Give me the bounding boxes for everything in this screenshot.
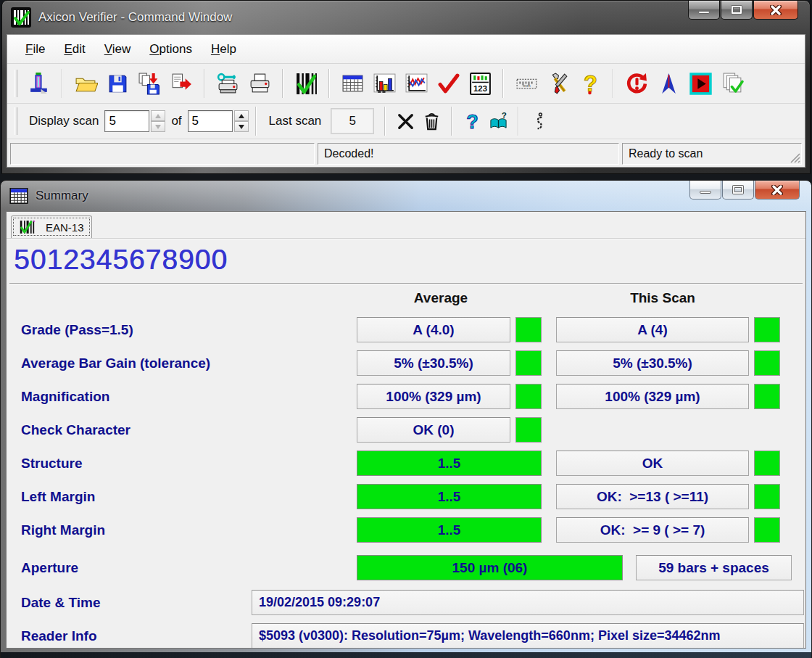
reset-scans-button[interactable]: [621, 67, 652, 99]
menu-file[interactable]: File: [16, 36, 54, 63]
delete-all-scans-button[interactable]: [418, 108, 444, 134]
row-label: Left Margin: [21, 489, 95, 505]
scan-value-box: 5% (±30.5%): [556, 350, 749, 376]
summary-row: Right Margin1..5OK: >= 9 ( >= 7): [7, 514, 805, 547]
average-status-square: [515, 384, 542, 409]
average-grade-bar: 1..5: [357, 484, 542, 509]
spin-down-button[interactable]: [234, 121, 249, 132]
scan-status-square: [754, 484, 780, 509]
menu-edit[interactable]: Edit: [54, 36, 94, 63]
checkmark-icon: [436, 72, 460, 96]
display-scan-spinner[interactable]: [151, 110, 165, 132]
print-icon: [248, 72, 272, 96]
command-window-titlebar[interactable]: Axicon Verifier - Command Window: [2, 1, 810, 34]
close-icon: [770, 5, 782, 15]
spin-up-button[interactable]: [234, 110, 249, 121]
context-help-button[interactable]: ?: [459, 108, 485, 134]
toolbar-separator: [204, 69, 205, 98]
minimize-button[interactable]: [688, 1, 720, 20]
save-all-button[interactable]: [133, 67, 165, 99]
average-value-box: A (4.0): [357, 317, 510, 342]
trash-icon: [422, 112, 442, 131]
summary-row: Check CharacterOK (0): [7, 414, 805, 447]
delete-scan-button[interactable]: [392, 108, 418, 134]
help-button[interactable]: ?: [574, 67, 606, 99]
average-value-box: OK (0): [357, 417, 510, 443]
help-contents-button[interactable]: ?: [485, 108, 511, 134]
scan-toolbar: Display scan of Last scan 5: [7, 104, 805, 139]
tab-label: EAN-13: [46, 221, 84, 234]
menu-bar: FileEditViewOptionsHelp: [7, 35, 805, 64]
play-icon: [689, 72, 713, 96]
summary-window-titlebar[interactable]: Summary: [1, 181, 811, 211]
batch-verify-button[interactable]: [716, 67, 748, 99]
bars-spaces-box: 59 bars + spaces: [636, 555, 792, 580]
minimize-button[interactable]: [689, 181, 721, 200]
scan-profile-button[interactable]: [400, 67, 432, 99]
toolbar-separator: [282, 69, 283, 98]
close-button[interactable]: [753, 1, 798, 20]
toolbar-grip[interactable]: [14, 107, 17, 135]
row-label: Reader Info: [21, 628, 97, 644]
export-button[interactable]: [165, 67, 197, 99]
spin-up-button[interactable]: [151, 110, 165, 121]
auto-scan-button[interactable]: [684, 67, 716, 99]
up-arrow-icon: [239, 114, 244, 118]
save-button[interactable]: [102, 67, 133, 99]
open-file-button[interactable]: [70, 67, 102, 99]
bar-chart-icon: [373, 72, 397, 96]
table-icon: [341, 72, 365, 96]
info-figure-icon: [529, 112, 549, 131]
summary-row: Grade (Pass=1.5)A (4.0)A (4): [7, 313, 805, 347]
average-status-square: [515, 417, 542, 443]
row-label: Right Margin: [21, 522, 105, 538]
verify-barcode-button[interactable]: [290, 67, 322, 99]
maximize-button[interactable]: [722, 181, 754, 200]
about-button[interactable]: [526, 108, 552, 134]
maximize-icon: [733, 186, 743, 194]
menu-view[interactable]: View: [95, 36, 141, 63]
status-ready-text: Ready to scan: [629, 147, 703, 160]
row-label: Aperture: [21, 560, 78, 576]
menu-help[interactable]: Help: [202, 36, 246, 63]
close-button[interactable]: [755, 181, 800, 200]
scan-status-square: [754, 451, 780, 476]
menu-options[interactable]: Options: [140, 36, 202, 63]
summary-row: Structure1..5OK: [7, 447, 805, 480]
display-scan-input[interactable]: [104, 110, 149, 132]
summary-window-title: Summary: [36, 189, 88, 203]
book-help-icon: ?: [489, 112, 508, 131]
status-decoded: Decoded!: [318, 143, 619, 165]
exit-button[interactable]: [23, 67, 55, 99]
maximize-button[interactable]: [721, 1, 753, 20]
spin-down-button[interactable]: [151, 121, 165, 132]
print-setup-button[interactable]: [212, 67, 244, 99]
summary-view-button[interactable]: [336, 67, 368, 99]
average-status-square: [515, 350, 542, 376]
summary-table-icon: [9, 188, 28, 204]
maximize-icon: [732, 6, 742, 14]
tab-ean13[interactable]: EAN-13: [11, 215, 92, 238]
bar-chart-button[interactable]: [368, 67, 400, 99]
toolbar-grip[interactable]: [14, 70, 17, 97]
open-folder-icon: [74, 72, 98, 96]
measurements-button[interactable]: mm: [510, 67, 542, 99]
of-label: of: [171, 114, 181, 128]
scan-value-box: OK: >=13 ( >=11): [556, 484, 749, 509]
row-label: Magnification: [21, 389, 109, 405]
scan-value-box: OK: [556, 451, 749, 476]
scan-count-spinner[interactable]: [234, 110, 249, 132]
toolbar-separator: [328, 69, 330, 98]
summary-row: Reader Info$5093 (v0300): Resolution=75µ…: [7, 620, 805, 649]
pointer-button[interactable]: [652, 67, 684, 99]
average-value-box: 5% (±30.5%): [357, 350, 510, 376]
barcode-tab-icon: [19, 220, 41, 234]
toolbar-separator: [502, 69, 504, 98]
info-box: 19/02/2015 09:29:07: [252, 590, 804, 615]
pass-check-button[interactable]: [432, 67, 464, 99]
resize-grip-icon[interactable]: [790, 153, 800, 163]
print-button[interactable]: [244, 67, 276, 99]
digits-view-button[interactable]: 123: [464, 67, 496, 99]
scan-count-input[interactable]: [188, 110, 233, 132]
settings-button[interactable]: [542, 67, 574, 99]
